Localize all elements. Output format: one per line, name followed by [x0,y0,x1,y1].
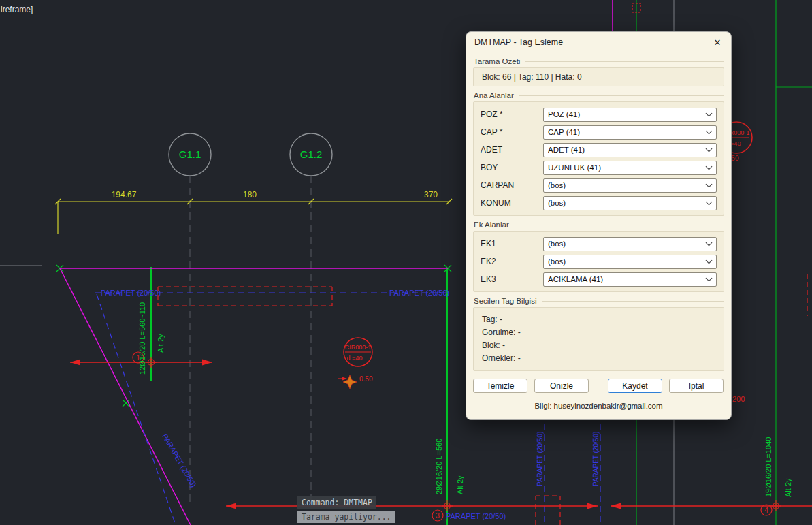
svg-text:0.50: 0.50 [359,375,373,383]
dialog-body: Tarama Ozeti Blok: 66 | Tag: 110 | Hata:… [466,57,731,410]
selected-tag-box: Tag: - Gorulme: - Blok: - Ornekler: - [473,307,724,371]
dialog-titlebar[interactable]: DMTMAP - Tag Esleme ✕ [466,32,731,52]
group-label-main-fields: Ana Alanlar [474,91,724,99]
combo-value: ADET (41) [548,146,707,154]
svg-text:d =40: d =40 [347,355,363,362]
parapet-label: PARAPET (20/50) [161,432,198,488]
scan-summary-box: Blok: 66 | Tag: 110 | Hata: 0 [473,67,724,86]
offset-annotation: 0.50 [338,375,373,389]
chevron-down-icon [706,127,713,134]
close-icon[interactable]: ✕ [709,35,726,50]
dimension-value: 370 [424,190,438,200]
parapet-label: PARAPET (20/50) [536,432,544,486]
field-row-boy: BOY UZUNLUK (41) [481,159,717,176]
iptal-button[interactable]: Iptal [669,379,724,393]
rebar-label: Alt 2y [456,475,464,494]
parapet-label: PARAPET (20/50) [389,289,449,297]
temizle-button[interactable]: Temizle [473,379,527,393]
svg-text:CIR000-1: CIR000-1 [345,344,372,351]
grid-bubble-g12: G1.2 [290,133,332,176]
parapet-label: PARAPET (20/50) [592,432,600,486]
field-row-adet: ADET ADET (41) [481,141,717,159]
field-row-poz: POZ * POZ (41) [481,106,717,123]
field-row-carpan: CARPAN (bos) [481,176,717,194]
command-line-status: Tarama yapiliyor... [297,511,395,523]
grid-lines [190,176,311,503]
field-row-cap: CAP * CAP (41) [481,123,717,141]
poz-combobox[interactable]: POZ (41) [543,108,717,122]
node-number-3: 3 [432,510,443,521]
rebar-label: 19Ø16/20 L=1040 [764,437,773,497]
group-label-selected-tag: Secilen Tag Bilgisi [474,297,724,305]
combo-value: CAP (41) [548,128,707,136]
field-row-konum: KONUM (bos) [481,194,717,212]
circle-tag-main-text: CIR000-1 d =40 [345,344,372,362]
field-label: POZ * [481,110,543,119]
chevron-down-icon [706,274,713,281]
field-label: EK1 [481,239,543,249]
selected-tag-line: Ornekler: - [482,352,715,365]
svg-text:3: 3 [436,512,440,520]
combo-value: ACIKLAMA (41) [548,275,707,283]
chevron-down-icon [706,180,713,187]
grid-bubble-g11: G1.1 [169,133,211,176]
field-row-ek2: EK2 (bos) [481,253,717,270]
svg-text:G1.1: G1.1 [179,148,201,160]
field-row-ek1: EK1 (bos) [481,235,717,253]
field-label: EK3 [481,274,543,284]
circle-tag-main [344,338,372,366]
selected-tag-line: Gorulme: - [482,326,715,339]
group-label-extra-fields: Ek Alanlar [474,221,724,229]
carpan-combobox[interactable]: (bos) [543,178,717,193]
extra-fields-box: EK1 (bos) EK2 (bos) EK3 ACI [473,231,724,292]
combo-value: (bos) [548,199,707,207]
chevron-down-icon [706,198,713,205]
field-label: EK2 [481,257,543,266]
rebar-label: Alt 2y [784,478,792,497]
combo-value: (bos) [548,257,707,266]
burst-icon [343,375,357,389]
field-label: CAP * [481,127,543,137]
main-fields-box: POZ * POZ (41) CAP * CAP (41) ADET [473,101,724,216]
chevron-down-icon [706,110,713,116]
chevron-down-icon [706,145,713,152]
ek1-combobox[interactable]: (bos) [543,237,717,251]
parapet-label: PARAPET (20/50) [101,289,161,297]
dmtmap-dialog: DMTMAP - Tag Esleme ✕ Tarama Ozeti Blok:… [466,31,732,420]
node-number-4: 4 [761,505,772,515]
field-row-ek3: EK3 ACIKLAMA (41) [481,270,717,288]
rebar-label: 29Ø16/20 L=560 [435,439,443,494]
dimension-value: 194.67 [112,190,137,200]
combo-value: POZ (41) [548,110,707,118]
dimension-value: 180 [243,190,257,200]
scan-summary-text: Blok: 66 | Tag: 110 | Hata: 0 [482,72,582,82]
combo-value: (bos) [548,240,707,248]
command-line-input[interactable]: Command: DMTMAP [297,496,376,509]
field-label: KONUM [481,198,543,208]
field-label: ADET [481,145,543,155]
combo-value: UZUNLUK (41) [548,163,707,172]
dialog-buttons: Temizle Onizle Kaydet Iptal [473,379,724,393]
viewport-style-label: ireframe] [1,5,33,14]
svg-text:4: 4 [764,507,768,514]
svg-text:G1.2: G1.2 [300,148,323,160]
group-label-scan-summary: Tarama Ozeti [474,57,724,65]
cap-combobox[interactable]: CAP (41) [543,125,717,140]
cad-viewport: 194.67 180 370 G1.1 G1.2 PARAPET (20/50)… [0,0,812,525]
onizle-button[interactable]: Onizle [534,379,589,393]
ek2-combobox[interactable]: (bos) [543,255,717,269]
field-label: CARPAN [481,180,543,190]
boy-combobox[interactable]: UZUNLUK (41) [543,161,717,175]
adet-combobox[interactable]: ADET (41) [543,143,717,157]
dimension-line [55,199,452,234]
konum-combobox[interactable]: (bos) [543,196,717,210]
kaydet-button[interactable]: Kaydet [608,379,662,393]
dialog-footer-info: Bilgi: huseyinozdenbakir@gmail.com [473,402,724,410]
chevron-down-icon [706,163,713,170]
selected-tag-line: Blok: - [482,339,715,352]
dialog-title: DMTMAP - Tag Esleme [474,37,563,47]
chevron-down-icon [706,239,713,246]
chevron-down-icon [706,257,713,264]
ek3-combobox[interactable]: ACIKLAMA (41) [543,272,717,287]
parapet-label: PARAPET (20/50) [446,512,506,520]
